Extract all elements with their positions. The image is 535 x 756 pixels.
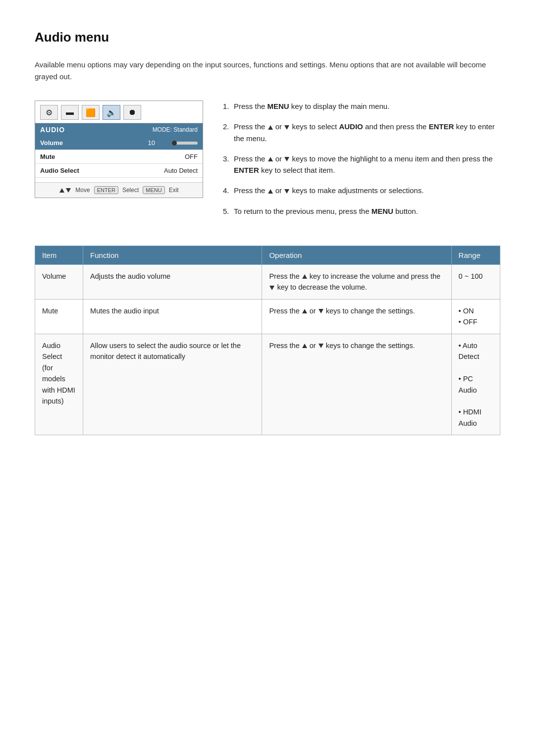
- icon-picture: ⚙: [40, 105, 58, 120]
- monitor-row-mute: Mute OFF: [35, 150, 203, 164]
- up-tri-mute: [302, 309, 307, 313]
- enter-btn-label: ENTER: [94, 186, 118, 194]
- up-triangle-step4: [268, 189, 273, 194]
- col-header-item: Item: [35, 246, 83, 264]
- icon-display: ▬: [61, 105, 79, 120]
- cell-function-mute: Mutes the audio input: [83, 299, 262, 334]
- cell-range-mute: • ON• OFF: [451, 299, 500, 334]
- down-triangle-step4: [284, 189, 289, 194]
- monitor-volume-value: 10: [148, 139, 198, 147]
- nav-arrows: [59, 188, 71, 193]
- up-arrow-icon: [59, 188, 64, 193]
- step-3: 3. Press the or keys to move the highlig…: [223, 153, 500, 176]
- icon-audio-active: 🔈: [103, 105, 120, 120]
- monitor-audioselect-label: Audio Select: [40, 167, 79, 174]
- monitor-menu-title: AUDIO: [40, 126, 65, 134]
- col-header-operation: Operation: [262, 246, 451, 264]
- up-tri-audio: [302, 344, 307, 348]
- monitor-row-volume: Volume 10: [35, 136, 203, 150]
- col-header-function: Function: [83, 246, 262, 264]
- down-tri-audio: [319, 344, 323, 348]
- down-arrow-icon: [66, 188, 71, 193]
- monitor-mode-label: MODE: Standard: [153, 126, 198, 133]
- down-tri-mute: [319, 309, 323, 313]
- cell-item-audioselect: Audio Select(for modelswith HDMIinputs): [35, 334, 83, 435]
- steps-list: 1. Press the MENU key to display the mai…: [223, 101, 500, 226]
- move-label: Move: [75, 187, 90, 194]
- down-triangle-step2: [284, 125, 289, 130]
- menu-btn-label: MENU: [143, 186, 164, 194]
- icon-color: 🟧: [82, 105, 100, 120]
- step-1: 1. Press the MENU key to display the mai…: [223, 101, 500, 112]
- cell-item-mute: Mute: [35, 299, 83, 334]
- icon-settings: ⏺: [123, 105, 141, 120]
- cell-range-volume: 0 ~ 100: [451, 264, 500, 299]
- cell-item-volume: Volume: [35, 264, 83, 299]
- cell-function-audioselect: Allow users to select the audio source o…: [83, 334, 262, 435]
- down-triangle-step3: [284, 157, 289, 161]
- monitor-divider: [35, 178, 203, 183]
- monitor-ui-mockup: ⚙ ▬ 🟧 🔈 ⏺ AUDIO MODE: Standard Volume 10: [35, 101, 203, 226]
- cell-function-volume: Adjusts the audio volume: [83, 264, 262, 299]
- monitor-mute-label: Mute: [40, 153, 55, 160]
- cell-operation-volume: Press the key to increase the volume and…: [262, 264, 451, 299]
- cell-operation-mute: Press the or keys to change the settings…: [262, 299, 451, 334]
- col-header-range: Range: [451, 246, 500, 264]
- exit-label: Exit: [169, 187, 179, 194]
- step-4: 4. Press the or keys to make adjustments…: [223, 185, 500, 196]
- monitor-frame: ⚙ ▬ 🟧 🔈 ⏺ AUDIO MODE: Standard Volume 10: [35, 101, 203, 198]
- monitor-row-audio-select: Audio Select Auto Detect: [35, 164, 203, 178]
- main-content-area: ⚙ ▬ 🟧 🔈 ⏺ AUDIO MODE: Standard Volume 10: [35, 101, 500, 226]
- cell-operation-audioselect: Press the or keys to change the settings…: [262, 334, 451, 435]
- table-row-mute: Mute Mutes the audio input Press the or …: [35, 299, 500, 334]
- monitor-slider-thumb: [172, 141, 177, 146]
- step-2: 2. Press the or keys to select AUDIO and…: [223, 121, 500, 144]
- intro-paragraph: Available menu options may vary dependin…: [35, 59, 500, 83]
- down-tri-vol: [269, 286, 274, 290]
- features-table: Item Function Operation Range Volume Adj…: [35, 246, 500, 436]
- monitor-mute-value: OFF: [185, 153, 198, 160]
- monitor-slider: [158, 142, 198, 145]
- up-tri-vol: [302, 274, 307, 279]
- cell-range-audioselect: • Auto Detect• PC Audio• HDMI Audio: [451, 334, 500, 435]
- monitor-footer: Move ENTER Select MENU Exit: [35, 183, 203, 198]
- table-row-volume: Volume Adjusts the audio volume Press th…: [35, 264, 500, 299]
- up-triangle-step2: [268, 125, 273, 130]
- monitor-audioselect-value: Auto Detect: [164, 167, 198, 174]
- select-label: Select: [122, 187, 139, 194]
- monitor-icons-row: ⚙ ▬ 🟧 🔈 ⏺: [35, 101, 203, 123]
- page-title: Audio menu: [35, 30, 500, 45]
- monitor-menu-header: AUDIO MODE: Standard: [35, 123, 203, 136]
- table-row-audioselect: Audio Select(for modelswith HDMIinputs) …: [35, 334, 500, 435]
- monitor-volume-label: Volume: [40, 139, 63, 147]
- monitor-slider-fill: [158, 142, 173, 145]
- step-5: 5. To return to the previous menu, press…: [223, 205, 500, 217]
- up-triangle-step3: [268, 157, 273, 161]
